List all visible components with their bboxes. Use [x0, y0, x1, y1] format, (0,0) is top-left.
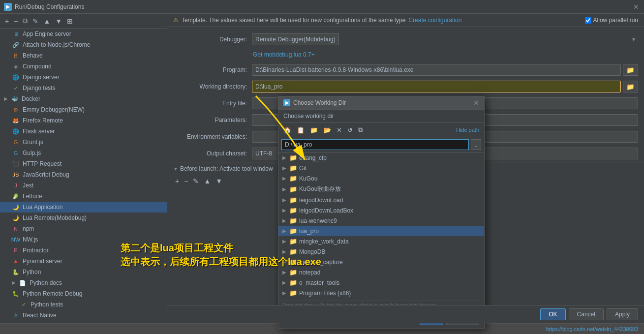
- warning-icon: ⚠: [173, 17, 179, 24]
- debugger-select[interactable]: Remote Debugger(Mobdebug) Local: [252, 33, 339, 45]
- dialog-clear-button[interactable]: ✕: [335, 125, 344, 135]
- dialog-path-field[interactable]: [281, 139, 469, 150]
- sidebar-item-attach-node[interactable]: 🔗 Attach to Node.js/Chrome: [0, 39, 167, 50]
- mobdebug-link-row: Get mobdebug.lua 0.7+: [167, 48, 644, 61]
- dialog-title-bar: ▶ Choose Working Dir ✕: [278, 96, 484, 110]
- leigod-expand: ▶: [282, 197, 288, 203]
- working-dir-input[interactable]: [252, 81, 621, 92]
- dialog-open-button[interactable]: 📂: [321, 125, 333, 135]
- sidebar-item-nwjs[interactable]: NW NW.js: [0, 234, 167, 245]
- tree-item-lua-pro[interactable]: ▶ 📁 lua_pro: [278, 226, 484, 236]
- tree-item-leigod[interactable]: ▶ 📁 leigodDownLoad: [278, 195, 484, 205]
- tree-item-kugou[interactable]: ▶ 📁 KuGou: [278, 173, 484, 183]
- dialog-home-button[interactable]: 🏠: [281, 125, 293, 135]
- before-launch-remove[interactable]: −: [182, 176, 190, 186]
- sidebar-item-python-docs[interactable]: ▶ 📄 Python docs: [0, 277, 167, 288]
- parallel-run-label[interactable]: Allow parallel run: [593, 17, 638, 24]
- working-dir-browse-button[interactable]: 📁: [623, 81, 638, 92]
- sidebar-item-python-tests[interactable]: ✔ Python tests: [0, 299, 167, 310]
- sidebar-item-flask[interactable]: 🌐 Flask server: [0, 126, 167, 137]
- sidebar-item-app-engine[interactable]: 🖥 App Engine server: [0, 29, 167, 39]
- django-tests-icon: ✔: [12, 84, 20, 92]
- sidebar-item-docker-label: Docker: [22, 95, 40, 102]
- sidebar-item-django-tests[interactable]: ✔ Django tests: [0, 83, 167, 93]
- edit-templates-button[interactable]: ✎: [31, 16, 40, 26]
- sidebar-item-npm[interactable]: N npm: [0, 223, 167, 234]
- dialog-title-icon: ▶: [283, 99, 290, 106]
- sidebar-item-grunt[interactable]: G Grunt.js: [0, 137, 167, 148]
- sidebar-item-django-tests-label: Django tests: [23, 85, 56, 91]
- tree-item-git[interactable]: ▶ 📁 Git: [278, 163, 484, 173]
- dialog-hide-path-button[interactable]: Hide path: [454, 126, 481, 134]
- gulp-icon: G: [12, 149, 20, 157]
- parallel-run-checkbox[interactable]: [585, 17, 591, 24]
- tree-item-notepad[interactable]: ▶ 📁 notepad: [278, 267, 484, 277]
- tree-item-mingke[interactable]: ▶ 📁 mingke_work_data: [278, 236, 484, 246]
- sidebar-item-gulp[interactable]: G Gulp.js: [0, 148, 167, 158]
- sidebar-item-python[interactable]: 🐍 Python: [0, 267, 167, 277]
- kugou-music-folder-icon: 📁: [289, 185, 297, 193]
- sort-button[interactable]: ⊞: [65, 16, 75, 26]
- main-ok-button[interactable]: OK: [540, 308, 565, 320]
- before-launch-arrow: ▼: [173, 166, 178, 172]
- sidebar-item-lua-app-label: Lua Application: [23, 204, 62, 211]
- mobdebug-link[interactable]: Get mobdebug.lua 0.7+: [173, 51, 315, 58]
- dialog-new-folder-button[interactable]: 📁: [308, 125, 320, 135]
- remove-config-button[interactable]: −: [12, 16, 20, 26]
- tree-item-program-files[interactable]: ▶ 📁 Program Files (x86): [278, 288, 484, 298]
- sidebar-item-firefox[interactable]: 🦊 Firefox Remote: [0, 115, 167, 126]
- sidebar-item-lettuce[interactable]: 🥬 Lettuce: [0, 191, 167, 202]
- sidebar-item-protractor[interactable]: P Protractor: [0, 245, 167, 256]
- sidebar-item-shell[interactable]: ⬛ Shell Script: [0, 321, 167, 323]
- before-launch-edit[interactable]: ✎: [191, 176, 201, 186]
- sidebar-item-shell-label: Shell Script: [23, 323, 53, 323]
- sidebar-item-http[interactable]: ⬛ HTTP Request: [0, 158, 167, 169]
- dialog-refresh-button[interactable]: ↺: [345, 125, 355, 135]
- before-launch-add[interactable]: +: [173, 176, 181, 186]
- parameters-label: Parameters:: [173, 117, 252, 123]
- firefox-icon: 🦊: [12, 117, 20, 124]
- program-browse-button[interactable]: 📁: [623, 64, 638, 76]
- warning-banner: ⚠ Template. The values saved here will b…: [167, 14, 644, 27]
- dialog-copy-path-button[interactable]: ⧉: [356, 125, 365, 135]
- sidebar-item-python-remote[interactable]: 🐛 Python Remote Debug: [0, 288, 167, 299]
- move-down-button[interactable]: ▼: [53, 16, 64, 26]
- copy-config-button[interactable]: ⧉: [21, 16, 30, 26]
- move-up-button[interactable]: ▲: [41, 16, 52, 26]
- dialog-close-button[interactable]: ✕: [473, 99, 479, 107]
- create-config-link[interactable]: Create configuration: [408, 17, 461, 24]
- before-launch-up[interactable]: ▲: [202, 176, 213, 186]
- sidebar-item-compound[interactable]: ◈ Compound: [0, 61, 167, 72]
- tree-item-master-tools[interactable]: ▶ 📁 o_master_tools: [278, 277, 484, 288]
- sidebar-item-docker[interactable]: ▶ 🐳 Docker: [0, 93, 167, 104]
- tree-item-mongodb[interactable]: ▶ 📁 MongoDB: [278, 246, 484, 257]
- entry-file-label: Entry file:: [173, 100, 252, 107]
- master-tools-expand: ▶: [282, 280, 288, 285]
- close-button[interactable]: ✕: [632, 3, 640, 11]
- dialog-title-label: Choose Working Dir: [293, 99, 346, 106]
- charset-label: Output charset:: [173, 150, 252, 157]
- program-input[interactable]: [252, 64, 621, 76]
- sidebar-item-lua-app[interactable]: 🌙 Lua Application: [0, 202, 167, 213]
- tree-item-kugou-music[interactable]: ▶ 📁 KuGou歌曲存放: [278, 183, 484, 195]
- sidebar-item-js-debug[interactable]: JS JavaScript Debug: [0, 169, 167, 180]
- js-debug-icon: JS: [12, 171, 20, 179]
- main-apply-button[interactable]: Apply: [607, 308, 638, 320]
- tree-item-leigod-box[interactable]: ▶ 📁 leigodDownLoadBox: [278, 205, 484, 215]
- before-launch-down[interactable]: ▼: [214, 176, 224, 186]
- main-cancel-button[interactable]: Cancel: [569, 308, 604, 320]
- lua-wenwenc9-folder-icon: 📁: [289, 217, 297, 224]
- sidebar-item-behave[interactable]: B Behave: [0, 50, 167, 61]
- tree-item-erlang[interactable]: ▶ 📁 erlang_ctp: [278, 152, 484, 163]
- sidebar-item-jest[interactable]: J Jest: [0, 180, 167, 191]
- sidebar-item-react-native[interactable]: ⚛ React Native: [0, 310, 167, 321]
- dialog-clipboard-button[interactable]: 📋: [295, 125, 307, 135]
- dialog-path-go-button[interactable]: ↓: [471, 139, 481, 150]
- sidebar-item-lua-remote[interactable]: 🌙 Lua Remote(Mobdebug): [0, 213, 167, 223]
- add-config-button[interactable]: +: [3, 16, 11, 26]
- tree-item-mostool[interactable]: ▶ 📁 mostool_capture: [278, 257, 484, 267]
- sidebar-item-emmy[interactable]: ⚙ Emmy Debugger(NEW): [0, 104, 167, 115]
- sidebar-item-django-server[interactable]: 🌐 Django server: [0, 72, 167, 83]
- tree-item-lua-wenwenc9[interactable]: ▶ 📁 lua-wenwenc9: [278, 215, 484, 226]
- sidebar-item-pyramid[interactable]: 🔺 Pyramid server: [0, 256, 167, 267]
